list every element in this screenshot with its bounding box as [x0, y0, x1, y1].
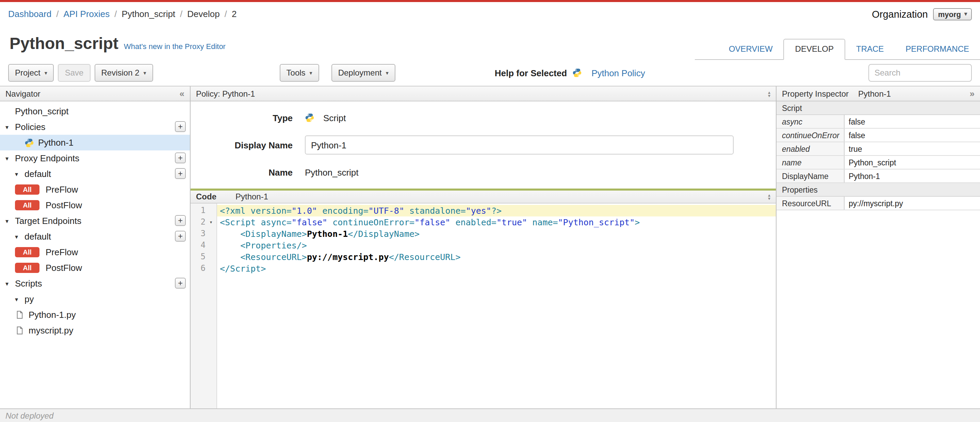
tab-performance[interactable]: PERFORMANCE [894, 40, 980, 59]
tree-item-python-1[interactable]: ▾Python-1 [0, 135, 190, 150]
type-label: Type [191, 113, 293, 123]
add-button[interactable]: + [175, 153, 186, 163]
code-line-4[interactable]: 4 <Properties/> [191, 240, 776, 251]
property-section-properties: Properties [776, 183, 980, 197]
whats-new-link[interactable]: What's new in the Proxy Editor [124, 42, 226, 50]
code-text: </Script> [217, 263, 776, 274]
property-row-resourceurl[interactable]: ResourceURLpy://myscript.py [776, 197, 980, 210]
property-table: ScriptasyncfalsecontinueOnErrorfalseenab… [776, 102, 980, 408]
expander-icon[interactable]: ▾ [5, 124, 15, 131]
property-row-displayname[interactable]: DisplayNamePython-1 [776, 169, 980, 183]
display-name-input[interactable] [305, 135, 733, 154]
expander-icon[interactable]: ▾ [5, 155, 15, 162]
expander-icon[interactable]: ▾ [15, 296, 24, 303]
name-label: Name [191, 167, 293, 177]
policy-header-title: Policy: Python-1 [196, 89, 255, 98]
code-header-label: Code [196, 192, 216, 201]
code-editor[interactable]: 1<?xml version="1.0" encoding="UTF-8" st… [191, 204, 776, 408]
add-button[interactable]: + [175, 278, 186, 288]
breadcrumb-item-api-proxies[interactable]: API Proxies [63, 9, 110, 19]
tree-item-default[interactable]: ▾default+ [0, 229, 190, 244]
gutter: 4 [191, 240, 217, 251]
line-number: 1 [191, 205, 205, 217]
file-icon [15, 311, 24, 319]
tree-item-preflow[interactable]: AllPreFlow [0, 244, 190, 260]
navigator-panel: Navigator « ▾Python_script▾Policies+▾Pyt… [0, 86, 191, 408]
policy-editor-panel: Policy: Python-1 ▴▾ Type Script Display … [191, 86, 776, 408]
tree-item-label: Python-1.py [29, 310, 76, 320]
main-area: Navigator « ▾Python_script▾Policies+▾Pyt… [0, 86, 980, 408]
tree-item-python-1-py[interactable]: Python-1.py [0, 307, 190, 323]
revision-button[interactable]: Revision 2▾ [94, 64, 153, 82]
code-line-5[interactable]: 5 <ResourceURL>py://myscript.py</Resourc… [191, 251, 776, 263]
property-value: false [845, 129, 980, 142]
code-line-3[interactable]: 3 <DisplayName>Python-1</DisplayName> [191, 228, 776, 240]
breadcrumb: Dashboard/API Proxies/Python_script/Deve… [8, 9, 237, 19]
line-number: 2 [191, 217, 205, 228]
collapse-left-icon[interactable]: « [180, 89, 185, 99]
collapse-right-icon[interactable]: » [970, 89, 975, 99]
code-text: <DisplayName>Python-1</DisplayName> [217, 228, 776, 240]
python-icon [305, 113, 314, 123]
flow-condition-badge: All [15, 185, 40, 195]
organization-label: Organization [872, 8, 928, 19]
tree-item-policies[interactable]: ▾Policies+ [0, 119, 190, 135]
expander-icon[interactable]: ▾ [5, 280, 15, 287]
tree-item-postflow[interactable]: AllPostFlow [0, 260, 190, 275]
tab-develop[interactable]: DEVELOP [784, 39, 845, 60]
fold-icon[interactable]: ▾ [205, 217, 216, 228]
tools-button[interactable]: Tools▾ [280, 64, 319, 82]
property-value: true [845, 142, 980, 155]
property-label: enabled [776, 142, 845, 155]
property-row-name[interactable]: namePython_script [776, 156, 980, 169]
add-button[interactable]: + [175, 168, 186, 179]
tree-item-preflow[interactable]: AllPreFlow [0, 182, 190, 197]
expander-icon[interactable]: ▾ [5, 217, 15, 224]
line-number: 3 [191, 228, 205, 240]
breadcrumb-item-dashboard[interactable]: Dashboard [8, 9, 51, 19]
property-row-enabled[interactable]: enabledtrue [776, 142, 980, 156]
add-button[interactable]: + [175, 231, 186, 242]
tree-item-label: Target Endpoints [15, 216, 81, 226]
fold-icon [205, 263, 216, 274]
gutter: 6 [191, 263, 217, 274]
expander-icon[interactable]: ▾ [15, 233, 24, 240]
add-button[interactable]: + [175, 215, 186, 226]
code-line-6[interactable]: 6</Script> [191, 263, 776, 274]
property-inspector-title: Property Inspector [782, 89, 849, 98]
tree-item-proxy-endpoints[interactable]: ▾Proxy Endpoints+ [0, 150, 190, 166]
code-header: Code Python-1 ▴▾ [191, 188, 776, 204]
code-line-2[interactable]: 2▾<Script async="false" continueOnError=… [191, 217, 776, 228]
project-button[interactable]: Project▾ [8, 64, 54, 82]
expander-icon[interactable]: ▾ [15, 170, 24, 177]
organization-select[interactable]: myorg ▾ [933, 8, 972, 20]
fold-icon [205, 205, 216, 217]
tree-item-scripts[interactable]: ▾Scripts+ [0, 275, 190, 291]
add-button[interactable]: + [175, 121, 186, 132]
tab-overview[interactable]: OVERVIEW [718, 40, 784, 59]
chevron-down-icon: ▾ [143, 70, 146, 76]
deployment-button[interactable]: Deployment▾ [331, 64, 395, 82]
tree-item-python-script[interactable]: ▾Python_script [0, 104, 190, 119]
property-value: Python-1 [845, 169, 980, 182]
property-row-continueonerror[interactable]: continueOnErrorfalse [776, 129, 980, 142]
tree-item-postflow[interactable]: AllPostFlow [0, 197, 190, 213]
python-policy-link[interactable]: Python Policy [592, 68, 645, 78]
top-bar: Dashboard/API Proxies/Python_script/Deve… [0, 0, 980, 26]
tree-item-py[interactable]: ▾py [0, 291, 190, 307]
collapse-up-down-icon[interactable]: ▴▾ [768, 90, 770, 97]
header-row: Python_script What's new in the Proxy Ed… [0, 26, 980, 60]
tree-item-myscript-py[interactable]: myscript.py [0, 323, 190, 338]
search-input[interactable] [869, 64, 972, 82]
tab-trace[interactable]: TRACE [845, 40, 894, 59]
property-row-async[interactable]: asyncfalse [776, 115, 980, 129]
property-value: py://myscript.py [845, 197, 980, 210]
chevron-down-icon: ▾ [310, 70, 312, 76]
save-button[interactable]: Save [58, 64, 91, 82]
policy-form: Type Script Display Name Name Python_scr… [191, 102, 776, 188]
property-inspector-policy-name: Python-1 [858, 89, 891, 98]
code-line-1[interactable]: 1<?xml version="1.0" encoding="UTF-8" st… [191, 205, 776, 217]
tree-item-target-endpoints[interactable]: ▾Target Endpoints+ [0, 213, 190, 229]
collapse-up-down-icon[interactable]: ▴▾ [768, 193, 770, 200]
tree-item-default[interactable]: ▾default+ [0, 166, 190, 182]
